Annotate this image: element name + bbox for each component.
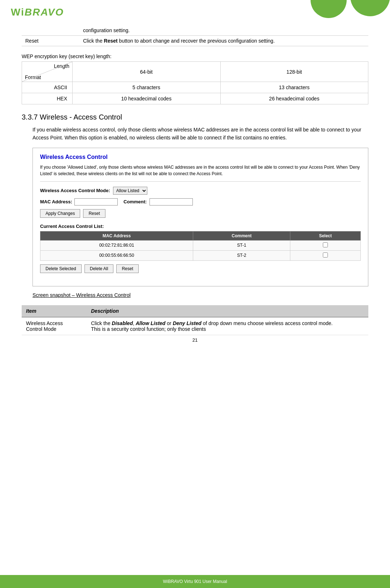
delete-all-button[interactable]: Delete All <box>84 264 114 273</box>
section-337-heading: 3.3.7 Wireless - Access Control <box>22 113 368 121</box>
apply-reset-row: Apply Changes Reset <box>40 209 361 218</box>
comment-cell: ST-1 <box>193 240 290 250</box>
table-cell-label <box>22 25 79 36</box>
col-select: Select <box>290 231 361 240</box>
desc-item-header: Item <box>22 305 87 317</box>
col-mac-address: MAC Address <box>40 231 193 240</box>
mac-address-cell: 00:00:55:66:66:50 <box>40 250 193 260</box>
length-label: Length <box>54 63 69 69</box>
col-comment: Comment <box>193 231 290 240</box>
wireless-box-description: If you choose 'Allowed Listed', only tho… <box>40 164 361 182</box>
desc-description-cell: Click the Disabled, Allow Listed or Deny… <box>87 317 368 335</box>
table-row: configuration setting. <box>22 25 368 36</box>
snapshot-link: Screen snapshot – Wireless Access Contro… <box>32 292 368 298</box>
mode-select[interactable]: Allow Listed Disabled Deny Listed <box>113 187 147 195</box>
mac-label: MAC Address: <box>40 199 72 204</box>
header-decoration <box>282 0 390 18</box>
green-blob-2 <box>350 0 390 16</box>
desc-table: Item Description Wireless AccessControl … <box>22 305 368 335</box>
desc-header-row: Item Description <box>22 305 368 317</box>
table-row-hex: HEX 10 hexadecimal codes 26 hexadecimal … <box>22 93 368 104</box>
corner-cell: Length Format <box>22 62 73 82</box>
delete-selected-button[interactable]: Delete Selected <box>40 264 82 273</box>
allow-listed-bold: Allow Listed <box>136 320 165 326</box>
comment-input[interactable] <box>150 198 193 206</box>
apply-changes-button[interactable]: Apply Changes <box>40 209 80 218</box>
wep-title: WEP encryption key (secret key) length: <box>22 53 368 59</box>
table-row: 00:00:55:66:66:50 ST-2 <box>40 250 361 260</box>
access-table: MAC Address Comment Select 00:02:72:81:8… <box>40 231 361 261</box>
page-number: 21 <box>22 335 368 357</box>
mode-label: Wireless Access Control Mode: <box>40 188 110 193</box>
reset-bold: Reset <box>104 38 118 44</box>
col2-header: 128-bit <box>220 62 368 82</box>
format-label: Format <box>25 74 41 80</box>
logo-bravo: BRAVO <box>25 7 64 18</box>
table-row: Reset Click the Reset button to abort ch… <box>22 36 368 46</box>
select-cell[interactable] <box>290 250 361 260</box>
reset-button-2[interactable]: Reset <box>116 264 138 273</box>
col1-header: 64-bit <box>73 62 221 82</box>
reset-button[interactable]: Reset <box>83 209 105 218</box>
row-ascii-label: ASCII <box>22 82 73 93</box>
desc-description-header: Description <box>87 305 368 317</box>
section-337-paragraph: If you enable wireless access control, o… <box>32 126 368 142</box>
disabled-bold: Disabled <box>112 320 133 326</box>
wireless-box-title: Wireless Access Control <box>40 154 361 160</box>
logo: WiBRAVO <box>11 7 64 18</box>
footer-text: WiBRAVO Virtu 901 User Manual <box>163 579 227 584</box>
select-cell[interactable] <box>290 240 361 250</box>
wireless-access-control-box: Wireless Access Control If you choose 'A… <box>32 148 368 286</box>
select-checkbox[interactable] <box>323 252 328 258</box>
row-hex-col2: 26 hexadecimal codes <box>220 93 368 104</box>
wep-section: WEP encryption key (secret key) length: … <box>22 53 368 104</box>
green-blob-1 <box>311 0 347 18</box>
row-hex-label: HEX <box>22 93 73 104</box>
desc-item-cell: Wireless AccessControl Mode <box>22 317 87 335</box>
comment-label: Comment: <box>124 199 147 204</box>
mac-input[interactable] <box>74 198 118 206</box>
table-cell-label: Reset <box>22 36 79 46</box>
desc-row-wireless-mode: Wireless AccessControl Mode Click the Di… <box>22 317 368 335</box>
table-header-row: MAC Address Comment Select <box>40 231 361 240</box>
row-hex-col1: 10 hexadecimal codes <box>73 93 221 104</box>
current-list-label: Current Access Control List: <box>40 224 361 229</box>
top-table: configuration setting. Reset Click the R… <box>22 25 368 46</box>
table-cell-desc: Click the Reset button to abort change a… <box>79 36 368 46</box>
footer-bar: WiBRAVO Virtu 901 User Manual <box>0 575 390 588</box>
table-row-ascii: ASCII 5 characters 13 characters <box>22 82 368 93</box>
logo-wi: Wi <box>11 7 25 18</box>
table-row-header: Length Format 64-bit 128-bit <box>22 62 368 82</box>
mode-row: Wireless Access Control Mode: Allow List… <box>40 187 361 195</box>
mac-comment-row: MAC Address: Comment: <box>40 198 361 206</box>
row-ascii-col1: 5 characters <box>73 82 221 93</box>
wep-table: Length Format 64-bit 128-bit ASCII 5 cha… <box>22 61 368 104</box>
mac-address-cell: 00:02:72:81:86:01 <box>40 240 193 250</box>
table-cell-desc: configuration setting. <box>79 25 368 36</box>
comment-cell: ST-2 <box>193 250 290 260</box>
row-ascii-col2: 13 characters <box>220 82 368 93</box>
content-area: configuration setting. Reset Click the R… <box>0 22 390 364</box>
table-row: 00:02:72:81:86:01 ST-1 <box>40 240 361 250</box>
select-checkbox[interactable] <box>323 242 328 247</box>
deny-listed-bold: Deny Listed <box>173 320 201 326</box>
delete-buttons-row: Delete Selected Delete All Reset <box>40 264 361 273</box>
